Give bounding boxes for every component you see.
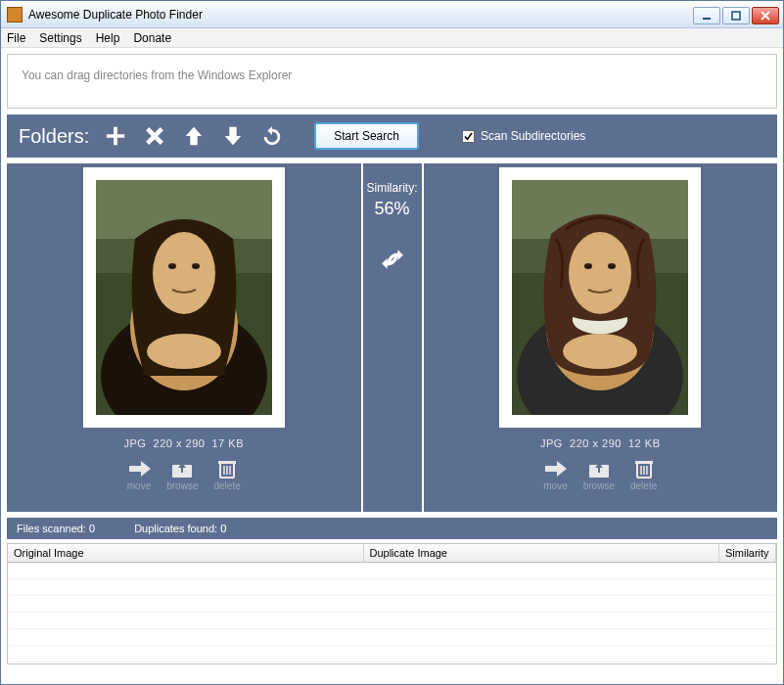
- app-window: Awesome Duplicate Photo Finder File Sett…: [0, 0, 784, 685]
- left-image-meta: JPG 220 x 290 17 KB: [124, 437, 244, 449]
- scan-subdirectories-label: Scan Subdirectories: [481, 129, 585, 143]
- left-image-frame[interactable]: [83, 167, 285, 428]
- minimize-button[interactable]: [693, 7, 720, 24]
- table-row: [8, 646, 776, 662]
- column-similarity[interactable]: Similarity: [719, 544, 776, 562]
- scan-subdirectories-checkbox[interactable]: [462, 130, 475, 143]
- table-row: [8, 563, 776, 579]
- table-row: [8, 579, 776, 596]
- svg-point-7: [153, 232, 215, 314]
- arrow-right-icon: [127, 459, 151, 479]
- right-browse-button[interactable]: browse: [583, 459, 615, 491]
- table-row: [8, 596, 776, 613]
- left-format: JPG: [124, 437, 147, 449]
- right-image-preview: [512, 180, 688, 415]
- right-actions: move browse delete: [543, 459, 657, 491]
- maximize-button[interactable]: [722, 7, 750, 24]
- remove-folder-icon[interactable]: [144, 125, 165, 147]
- folder-tool-icons: [105, 125, 283, 147]
- left-pane: JPG 220 x 290 17 KB move browse delete: [7, 163, 363, 512]
- folder-up-icon: [170, 459, 194, 479]
- right-pane: JPG 220 x 290 12 KB move browse delete: [422, 163, 778, 512]
- files-scanned: Files scanned: 0: [17, 523, 95, 534]
- menubar: File Settings Help Donate: [1, 28, 783, 48]
- menu-donate[interactable]: Donate: [133, 31, 171, 45]
- column-original[interactable]: Original Image: [8, 544, 364, 562]
- move-up-icon[interactable]: [183, 125, 205, 147]
- left-move-label: move: [127, 480, 151, 491]
- menu-help[interactable]: Help: [96, 31, 120, 45]
- svg-point-8: [168, 263, 176, 269]
- swap-icon: [380, 247, 405, 272]
- window-title: Awesome Duplicate Photo Finder: [28, 8, 693, 22]
- right-browse-label: browse: [583, 480, 615, 491]
- menu-file[interactable]: File: [7, 31, 25, 45]
- svg-point-19: [569, 232, 631, 314]
- svg-point-22: [563, 334, 637, 369]
- titlebar: Awesome Duplicate Photo Finder: [1, 1, 783, 28]
- left-filesize: 17 KB: [212, 437, 244, 449]
- similarity-value: 56%: [374, 199, 409, 219]
- swap-button[interactable]: [380, 247, 405, 276]
- svg-point-21: [608, 263, 616, 269]
- svg-point-10: [147, 334, 221, 369]
- right-format: JPG: [540, 437, 563, 449]
- svg-point-9: [192, 263, 200, 269]
- right-image-frame[interactable]: [499, 167, 701, 428]
- menu-settings[interactable]: Settings: [39, 31, 81, 45]
- left-image-preview: [96, 180, 272, 415]
- right-move-button[interactable]: move: [543, 459, 567, 491]
- results-header: Original Image Duplicate Image Similarit…: [7, 543, 777, 563]
- left-actions: move browse delete: [127, 459, 241, 491]
- start-search-button[interactable]: Start Search: [314, 122, 419, 150]
- right-filesize: 12 KB: [628, 437, 660, 449]
- comparison-panel: JPG 220 x 290 17 KB move browse delete S…: [7, 163, 777, 512]
- svg-point-20: [584, 263, 592, 269]
- right-dimensions: 220 x 290: [570, 437, 622, 449]
- svg-rect-0: [703, 18, 711, 20]
- table-row: [8, 613, 776, 629]
- right-image-meta: JPG 220 x 290 12 KB: [540, 437, 660, 449]
- window-buttons: [693, 5, 783, 24]
- trash-icon: [632, 459, 656, 479]
- similarity-label: Similarity:: [366, 181, 417, 195]
- svg-rect-25: [635, 461, 653, 464]
- right-delete-label: delete: [630, 480, 657, 491]
- app-icon: [7, 7, 23, 23]
- left-dimensions: 220 x 290: [154, 437, 206, 449]
- left-delete-label: delete: [213, 480, 240, 491]
- move-down-icon[interactable]: [222, 125, 244, 147]
- left-browse-button[interactable]: browse: [166, 459, 198, 491]
- table-row: [8, 629, 776, 646]
- statusbar: Files scanned: 0 Duplicates found: 0: [7, 518, 777, 539]
- trash-icon: [215, 459, 239, 479]
- folder-dropzone[interactable]: You can drag directories from the Window…: [7, 54, 777, 109]
- left-move-button[interactable]: move: [127, 459, 151, 491]
- toolbar: Folders: Start Search Scan Subdirectorie…: [7, 114, 777, 158]
- folders-label: Folders:: [19, 125, 89, 148]
- left-browse-label: browse: [166, 480, 198, 491]
- similarity-column: Similarity: 56%: [363, 163, 422, 512]
- column-duplicate[interactable]: Duplicate Image: [364, 544, 720, 562]
- close-button[interactable]: [752, 7, 779, 24]
- dropzone-hint: You can drag directories from the Window…: [22, 68, 292, 82]
- svg-rect-13: [218, 461, 236, 464]
- duplicates-found: Duplicates found: 0: [134, 523, 226, 534]
- right-move-label: move: [543, 480, 567, 491]
- folder-up-icon: [587, 459, 611, 479]
- right-delete-button[interactable]: delete: [630, 459, 657, 491]
- reload-icon[interactable]: [261, 125, 283, 147]
- left-delete-button[interactable]: delete: [213, 459, 240, 491]
- results-grid[interactable]: [7, 563, 777, 664]
- scan-subdirectories-option[interactable]: Scan Subdirectories: [462, 129, 585, 143]
- add-folder-icon[interactable]: [105, 125, 126, 147]
- arrow-right-icon: [543, 459, 567, 479]
- svg-rect-1: [732, 12, 740, 20]
